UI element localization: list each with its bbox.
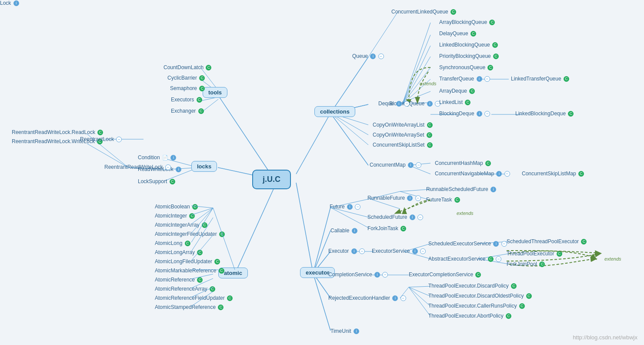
arfu-icon: C: [227, 295, 233, 301]
future-minus-icon: −: [355, 204, 360, 210]
csls-icon: C: [427, 142, 433, 148]
callable-node: Callable i: [330, 228, 357, 234]
cslm-icon: C: [578, 171, 584, 177]
transfer-queue-node: TransferQueue i −: [439, 76, 490, 82]
cnm-minus-icon: −: [504, 171, 510, 177]
tools-node: tools: [203, 87, 227, 98]
lbq-icon: C: [492, 42, 498, 48]
svg-line-63: [409, 287, 430, 316]
amr-icon: C: [219, 268, 224, 274]
ala-icon: C: [197, 250, 203, 255]
abq-icon: C: [489, 20, 495, 25]
lock-info-icon: i: [13, 0, 19, 6]
discard-oldest-policy: ThreadPoolExecutor.DiscardOldestPolicy C: [428, 293, 532, 299]
atomic-integer-array: AtomicIntegerArray C: [155, 222, 207, 228]
cm-info-icon: i: [408, 162, 414, 168]
semaphore-icon: C: [199, 86, 205, 91]
fjp-icon: C: [539, 261, 545, 267]
stpe-icon: C: [581, 239, 587, 245]
aia-icon: C: [202, 222, 207, 228]
future-info-icon: i: [347, 204, 353, 210]
atomic-integer: AtomicInteger C: [155, 213, 195, 219]
synchronous-queue: SynchronousQueue C: [439, 64, 493, 70]
exec-minus-icon: −: [359, 248, 365, 254]
svg-line-20: [402, 23, 430, 104]
ad-icon: C: [469, 88, 475, 94]
svg-line-22: [402, 46, 430, 104]
future-task: FutureTask C: [426, 197, 460, 203]
atomic-integer-filed-updater: AtomicIntegerFiledUpdater C: [155, 231, 225, 237]
tpe-icon: C: [557, 251, 562, 257]
extends-label-3: extends: [604, 256, 621, 262]
array-deque: ArrayDeque C: [439, 88, 475, 94]
executor-completion-service: ExecutorCompletionService C: [409, 271, 481, 278]
ar-icon: C: [197, 277, 203, 283]
svg-line-0: [218, 95, 274, 180]
tools-countdownlatch: CountDownLatch C: [164, 64, 211, 70]
ltq-icon: C: [564, 76, 569, 82]
scheduled-executor-service: ScheduledExecutorService i −: [428, 241, 507, 247]
ll-icon: C: [465, 100, 470, 105]
thread-pool-executor: ThreadPoolExecutor C: [507, 251, 562, 257]
concurrent-linked-queue: ConcurrentLinkedQueue C: [391, 9, 456, 15]
rf-minus-icon: −: [415, 195, 421, 201]
readwritelock-info-icon: i: [176, 167, 181, 172]
svg-line-2: [296, 113, 330, 174]
linked-transfer-queue: LinkedTransferQueue C: [511, 76, 569, 82]
ab-icon: C: [192, 204, 198, 210]
locks-condition: Condition 📄 i: [138, 154, 176, 161]
array-blocking-queue: ArrayBlockingQueue C: [439, 19, 495, 25]
abstract-executor-service: AbstractExecutorService C −: [428, 256, 501, 262]
time-unit-node: TimeUnit i: [330, 328, 359, 334]
delay-queue: DelayQueue C: [439, 30, 476, 37]
collections-node: collections: [314, 106, 355, 117]
watermark: http://blog.csdn.net/wbwjx: [573, 334, 637, 341]
linked-blocking-deque: LinkedBlockingDeque C: [515, 111, 574, 117]
lbd-icon: C: [568, 111, 574, 117]
atomic-reference-field-updater: AtomicReferenceFieldUpdater C: [155, 295, 233, 301]
scheduled-thread-pool-executor: ScheduledThreadPoolExecutor C: [507, 238, 587, 245]
atomic-long-array: AtomicLongArray C: [155, 249, 203, 255]
svg-line-18: [330, 57, 368, 113]
atomic-stamped-reference: AtomicStampedReference C: [155, 304, 224, 310]
condition-icon: 📄: [162, 155, 168, 161]
pbq-icon: C: [493, 54, 499, 59]
svg-line-62: [409, 287, 430, 306]
svg-line-45: [330, 208, 370, 228]
reentrantlock-node: ReentrantLock −: [80, 136, 122, 142]
queue-info-icon: i: [370, 54, 376, 59]
cs-info-icon: i: [374, 272, 380, 278]
svg-line-61: [409, 287, 430, 296]
copy-on-write-arrayset: CopyOnWriteArraySet C: [373, 132, 432, 138]
scheduled-future-node: ScheduledFuture i −: [367, 214, 423, 220]
abort-policy: ThreadPoolExecutor.AbortPolicy C: [428, 313, 511, 319]
locks-node: locks: [191, 161, 217, 172]
bd-info-icon: i: [477, 111, 482, 117]
atomic-reference-array: AtomicReferenceArray C: [155, 286, 215, 292]
atomic-reference: AtomicReference C: [155, 277, 203, 283]
cowas-icon: C: [427, 132, 432, 138]
ara-icon: C: [210, 286, 215, 292]
lock-node: Lock i: [0, 0, 19, 6]
cnm-info-icon: i: [496, 171, 502, 177]
ses-info-icon: i: [493, 241, 499, 247]
svg-line-40: [313, 208, 330, 273]
extends-label-2: extends: [457, 210, 474, 216]
ap-icon: C: [506, 313, 511, 319]
atomic-long: AtomicLong C: [155, 240, 190, 246]
svg-line-27: [368, 12, 398, 57]
concurrent-navigable-map-node: ConcurrentNavigableMap i −: [435, 171, 510, 177]
es-info-icon: i: [412, 248, 418, 254]
ses-minus-icon: −: [501, 241, 507, 247]
deque-info-icon: i: [396, 101, 402, 107]
blocking-deque-node: BlockingDeque i −: [439, 111, 490, 117]
sq-icon: C: [487, 65, 493, 70]
concurrent-hashmap: ConcurrentHashMap C: [435, 160, 491, 166]
locks-locksupport: LockSupport C: [138, 178, 175, 184]
tq-minus-icon: −: [484, 76, 490, 82]
reentrantreadwritelock-node: ReentrantReadWriteLock −: [104, 164, 171, 170]
bd-minus-icon: −: [484, 111, 490, 117]
ai-icon: C: [189, 213, 195, 219]
dq-icon: C: [470, 31, 476, 37]
exchanger-icon: C: [198, 108, 204, 114]
